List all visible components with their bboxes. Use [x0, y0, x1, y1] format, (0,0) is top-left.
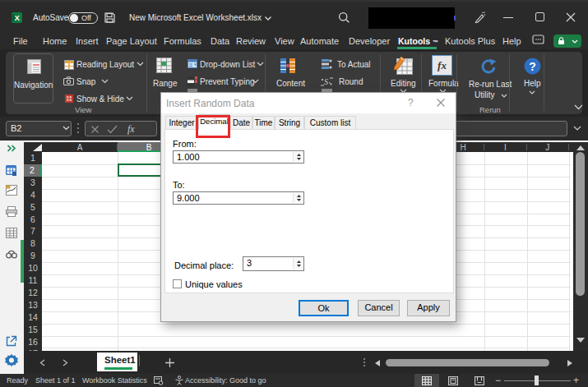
svg-text:X: X [15, 13, 21, 22]
svg-text:fx: fx [438, 59, 447, 71]
svg-text:S: S [324, 77, 328, 86]
svg-text:?: ? [529, 60, 536, 73]
